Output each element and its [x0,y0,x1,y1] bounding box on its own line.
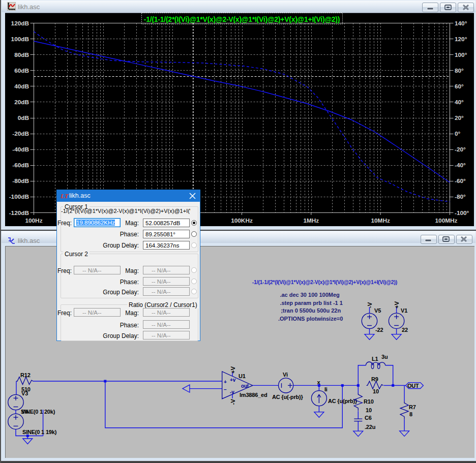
svg-text:10: 10 [373,388,379,394]
svg-text:22: 22 [402,327,408,333]
svg-text:AC {u(-prb)}: AC {u(-prb)} [272,394,303,400]
svg-text:-1/(1-1/(2*(I(Vi)@1*V(x)@2-V(x: -1/(1-1/(2*(I(Vi)@1*V(x)@2-V(x)@1*I(Vi)@… [144,15,340,23]
svg-text:AC {u(prb)}: AC {u(prb)} [328,398,358,404]
svg-text:C6: C6 [365,415,372,421]
svg-text:-120dB: -120dB [9,209,29,217]
svg-text:140°: 140° [455,20,467,27]
svg-text:+v: +v [230,377,236,383]
svg-text:0dB: 0dB [18,114,29,121]
svg-text:out: out [241,383,249,389]
svg-text:Ii: Ii [324,386,328,392]
svg-text:.22u: .22u [365,424,375,430]
svg-text:-60dB: -60dB [12,162,29,169]
svg-text:20dB: 20dB [14,99,29,106]
svg-text:-v: -v [230,389,234,395]
svg-text:SINE(0 1 19k): SINE(0 1 19k) [22,429,57,435]
svg-text:V5: V5 [374,307,381,314]
svg-text:8: 8 [409,411,412,417]
svg-text:-20dB: -20dB [12,130,29,137]
svg-text:+V: +V [230,366,236,374]
svg-text:R9: R9 [371,376,378,382]
svg-text:x: x [317,379,321,385]
svg-text:20°: 20° [455,114,464,121]
svg-text:-100dB: -100dB [9,193,29,200]
svg-text:-100°: -100° [455,209,469,217]
svg-text:40°: 40° [455,99,464,106]
svg-text:−: − [224,387,227,392]
svg-text:10: 10 [366,407,372,413]
svg-text:;tran 0 5500u 500u 22n: ;tran 0 5500u 500u 22n [281,307,341,314]
svg-text:+V: +V [394,301,400,308]
svg-text:60dB: 60dB [14,67,29,74]
svg-text:U1: U1 [239,373,246,379]
svg-text:-1/(1-1/(2*(I(Vi)@1*V(x)@2-V(x: -1/(1-1/(2*(I(Vi)@1*V(x)@2-V(x)@1*I(Vi)@… [252,279,397,285]
svg-text:80dB: 80dB [14,51,29,58]
svg-text:Vi: Vi [283,372,288,378]
svg-text:R10: R10 [364,398,374,405]
svg-text:-80dB: -80dB [12,177,29,184]
svg-text:3u: 3u [381,354,388,360]
svg-text:1MHz: 1MHz [303,217,319,224]
svg-text:80°: 80° [455,67,464,74]
svg-text:+: + [224,379,227,385]
svg-text:40dB: 40dB [14,83,29,90]
svg-text:-40dB: -40dB [12,146,29,153]
svg-text:120dB: 120dB [11,20,29,27]
svg-text:100KHz: 100KHz [231,217,253,224]
svg-text:-V: -V [230,399,236,405]
svg-text:V3: V3 [21,390,28,396]
svg-text:R12: R12 [20,372,31,378]
svg-text:100°: 100° [455,51,467,58]
svg-text:.ac dec 30 100 100Meg: .ac dec 30 100 100Meg [280,292,339,298]
svg-text:-80°: -80° [455,193,466,200]
svg-text:lm3886_ed: lm3886_ed [240,392,267,398]
svg-text:L1: L1 [372,356,378,362]
svg-text:120°: 120° [455,36,467,43]
svg-text:100Hz: 100Hz [25,217,42,224]
svg-text:V1: V1 [401,307,407,314]
svg-text:-V: -V [367,302,373,308]
svg-text:-40°: -40° [455,162,466,169]
svg-text:.step param prb list -1 1: .step param prb list -1 1 [280,300,342,306]
svg-text:100MHz: 100MHz [435,217,458,224]
svg-text:-60°: -60° [455,177,466,184]
svg-text:OUT: OUT [407,383,419,389]
svg-text:V4: V4 [21,409,28,415]
svg-text:60°: 60° [455,83,464,90]
svg-text:.OPTIONS plotwinsize=0: .OPTIONS plotwinsize=0 [278,316,343,322]
svg-text:-22: -22 [375,327,383,333]
svg-text:0°: 0° [455,130,461,137]
svg-text:100dB: 100dB [11,36,29,43]
svg-text:10MHz: 10MHz [371,217,390,224]
svg-text:-20°: -20° [455,146,466,153]
svg-text:R7: R7 [409,404,416,410]
